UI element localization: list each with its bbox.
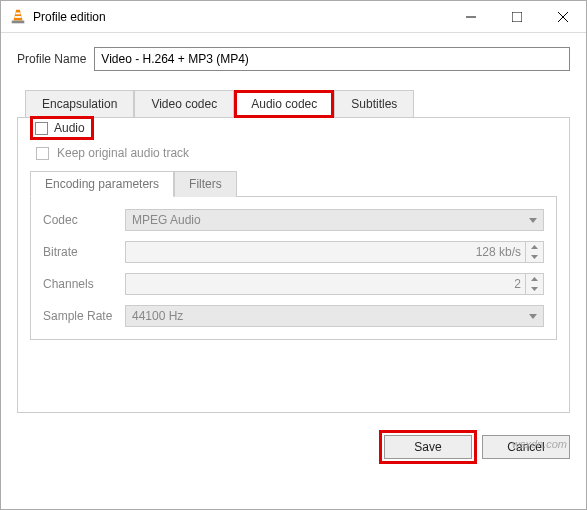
svg-rect-1 — [15, 12, 20, 14]
svg-marker-0 — [14, 9, 23, 20]
svg-marker-10 — [531, 255, 538, 259]
svg-marker-12 — [531, 287, 538, 291]
svg-marker-11 — [531, 277, 538, 281]
chevron-down-icon — [529, 309, 537, 323]
encoding-parameters-panel: Codec MPEG Audio Bitrate 128 kb/s — [30, 196, 557, 340]
codec-dropdown[interactable]: MPEG Audio — [125, 209, 544, 231]
tab-video-codec[interactable]: Video codec — [134, 90, 234, 118]
bitrate-value: 128 kb/s — [476, 245, 521, 259]
tab-panel-audio-codec: Audio Keep original audio track Encoding… — [17, 117, 570, 413]
keep-original-row: Keep original audio track — [36, 146, 557, 160]
channels-down-button[interactable] — [526, 284, 543, 294]
save-button[interactable]: Save — [384, 435, 472, 459]
keep-original-label: Keep original audio track — [57, 146, 189, 160]
audio-subtabs: Encoding parameters Filters — [30, 170, 557, 196]
bitrate-down-button[interactable] — [526, 252, 543, 262]
svg-rect-5 — [512, 12, 522, 22]
minimize-button[interactable] — [448, 1, 494, 32]
svg-rect-2 — [15, 16, 22, 18]
samplerate-row: Sample Rate 44100 Hz — [43, 305, 544, 327]
channels-up-button[interactable] — [526, 274, 543, 284]
keep-original-checkbox[interactable] — [36, 147, 49, 160]
profile-name-label: Profile Name — [17, 52, 86, 66]
channels-spinner[interactable]: 2 — [125, 273, 544, 295]
codec-value: MPEG Audio — [132, 213, 201, 227]
svg-rect-3 — [12, 20, 25, 23]
samplerate-dropdown[interactable]: 44100 Hz — [125, 305, 544, 327]
channels-value: 2 — [514, 277, 521, 291]
titlebar: Profile edition — [1, 1, 586, 33]
bitrate-spinner[interactable]: 128 kb/s — [125, 241, 544, 263]
svg-marker-13 — [529, 314, 537, 319]
bitrate-spin-buttons — [525, 242, 543, 262]
channels-spin-buttons — [525, 274, 543, 294]
bitrate-row: Bitrate 128 kb/s — [43, 241, 544, 263]
audio-enable-checkbox[interactable] — [35, 122, 48, 135]
profile-name-input[interactable] — [94, 47, 570, 71]
svg-marker-8 — [529, 218, 537, 223]
vlc-icon — [9, 8, 27, 26]
codec-label: Codec — [43, 213, 125, 227]
tab-audio-codec[interactable]: Audio codec — [234, 90, 334, 118]
subtab-encoding[interactable]: Encoding parameters — [30, 171, 174, 197]
close-button[interactable] — [540, 1, 586, 32]
profile-name-row: Profile Name — [17, 47, 570, 71]
channels-row: Channels 2 — [43, 273, 544, 295]
samplerate-label: Sample Rate — [43, 309, 125, 323]
channels-label: Channels — [43, 277, 125, 291]
audio-checkbox-group: Audio — [30, 116, 94, 140]
codec-row: Codec MPEG Audio — [43, 209, 544, 231]
samplerate-value: 44100 Hz — [132, 309, 183, 323]
dialog-footer: Save Cancel — [1, 423, 586, 471]
audio-enable-label: Audio — [54, 121, 85, 135]
maximize-button[interactable] — [494, 1, 540, 32]
bitrate-up-button[interactable] — [526, 242, 543, 252]
dialog-content: Profile Name Encapsulation Video codec A… — [1, 33, 586, 423]
bitrate-label: Bitrate — [43, 245, 125, 259]
chevron-down-icon — [529, 213, 537, 227]
tab-encapsulation[interactable]: Encapsulation — [25, 90, 134, 118]
window-title: Profile edition — [33, 10, 448, 24]
svg-marker-9 — [531, 245, 538, 249]
main-tabs: Encapsulation Video codec Audio codec Su… — [25, 89, 570, 117]
window-buttons — [448, 1, 586, 32]
watermark-text: wsxdn.com — [512, 438, 567, 450]
tab-subtitles[interactable]: Subtitles — [334, 90, 414, 118]
subtab-filters[interactable]: Filters — [174, 171, 237, 197]
